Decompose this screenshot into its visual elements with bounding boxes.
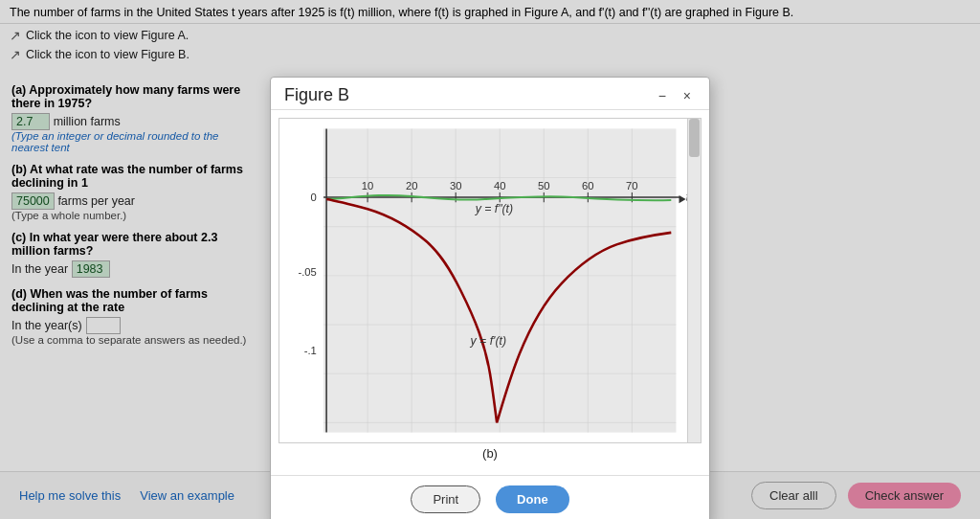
graph-svg: 10 20 30 40 50 60 70 [279, 119, 701, 442]
modal-header: Figure B − × [271, 78, 709, 110]
svg-text:-.05: -.05 [298, 266, 316, 278]
svg-text:10: 10 [362, 180, 374, 192]
graph-label-b: (b) [278, 443, 702, 463]
done-button[interactable]: Done [496, 485, 569, 513]
figure-b-modal: Figure B − × [270, 77, 710, 519]
svg-marker-36 [679, 195, 685, 203]
graph-scrollbar[interactable] [687, 119, 701, 442]
svg-text:70: 70 [626, 180, 638, 192]
svg-text:0: 0 [311, 192, 317, 203]
svg-text:-.1: -.1 [304, 345, 317, 356]
modal-body: 10 20 30 40 50 60 70 [271, 110, 709, 471]
svg-text:40: 40 [494, 180, 506, 192]
svg-text:60: 60 [582, 180, 594, 192]
svg-text:y = f"(t): y = f"(t) [475, 202, 513, 215]
scrollbar-thumb[interactable] [689, 119, 700, 157]
graph-container: 10 20 30 40 50 60 70 [278, 118, 702, 443]
modal-controls: − × [654, 86, 696, 105]
modal-close-button[interactable]: × [679, 86, 696, 105]
modal-minimize-button[interactable]: − [654, 86, 671, 105]
modal-footer: Print Done [271, 475, 709, 519]
print-button[interactable]: Print [411, 485, 480, 513]
svg-text:20: 20 [406, 180, 418, 192]
svg-text:y = f'(t): y = f'(t) [470, 334, 506, 348]
svg-text:50: 50 [538, 180, 550, 192]
modal-overlay: Figure B − × [0, 0, 980, 519]
modal-title: Figure B [284, 85, 349, 105]
svg-text:30: 30 [450, 180, 462, 192]
